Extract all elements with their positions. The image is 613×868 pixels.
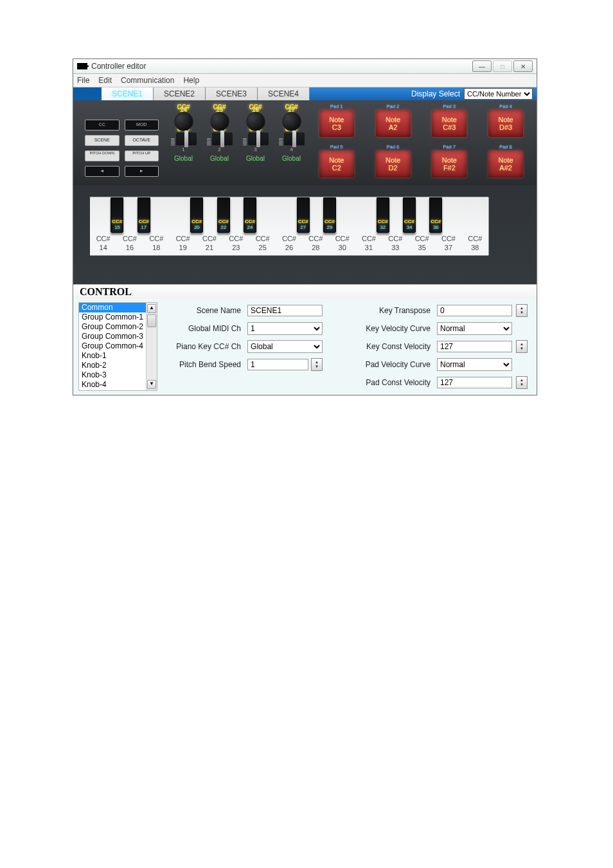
slider[interactable] [176, 132, 197, 145]
pad-6: Pad 6NoteD2 [370, 145, 416, 181]
knob[interactable] [174, 112, 193, 131]
minimize-button[interactable]: — [472, 60, 492, 72]
white-key-cc-label: CC# [462, 235, 488, 242]
key-transpose-spinner[interactable]: ▲▼ [516, 304, 528, 317]
white-key-38[interactable]: CC#38 [462, 197, 489, 255]
pad-line1: Note [442, 116, 457, 123]
pad-button[interactable]: NoteD#3 [488, 110, 523, 137]
knob[interactable] [246, 112, 265, 131]
black-key-27[interactable]: CC#27 [297, 197, 310, 233]
white-key-cc-num: 21 [196, 244, 222, 251]
pitch-bend-speed-spinner[interactable]: ▲▼ [311, 358, 323, 371]
black-key-cc-label: CC# [218, 219, 229, 224]
btn-next[interactable]: ► [125, 166, 159, 177]
pad-title: Pad 6 [387, 145, 400, 149]
pad-button[interactable]: NoteF#2 [432, 150, 466, 177]
menu-edit[interactable]: Edit [98, 76, 112, 85]
pad-button[interactable]: NoteA#2 [488, 150, 523, 177]
pad-title: Pad 2 [387, 104, 400, 109]
scene-tab-2[interactable]: SCENE2 [154, 87, 206, 100]
close-button[interactable]: ✕ [513, 60, 533, 72]
display-select-dropdown[interactable]: CC/Note Number [464, 88, 533, 100]
control-list-item[interactable]: Group Common-4 [79, 341, 146, 351]
btn-prev[interactable]: ◄ [85, 166, 120, 177]
black-key-17[interactable]: CC#17 [138, 197, 150, 233]
piano-key-cc-ch-select[interactable]: Global [247, 340, 323, 353]
btn-mod[interactable]: MOD [125, 120, 159, 131]
pad-const-velocity-input[interactable] [437, 377, 512, 388]
black-key-cc-label: CC# [324, 219, 335, 224]
knob-slider-2[interactable]: CC#15CC#2Global [205, 104, 235, 185]
black-key-20[interactable]: CC#20 [190, 197, 203, 233]
menu-help[interactable]: Help [183, 76, 199, 85]
key-transpose-input[interactable] [437, 305, 512, 316]
control-list-item[interactable]: Group Common-2 [79, 322, 146, 332]
knob-slider-1[interactable]: CC#14CC#1Global [169, 104, 199, 185]
scene-tab-3[interactable]: SCENE3 [206, 87, 258, 100]
maximize-button[interactable]: □ [493, 60, 512, 72]
key-velocity-curve-label: Key Velocity Curve [350, 324, 433, 333]
pad-button[interactable]: NoteA2 [376, 110, 411, 137]
keyboard[interactable]: CC#14CC#16CC#18CC#19CC#21CC#23CC#25CC#26… [90, 197, 488, 256]
black-key-32[interactable]: CC#32 [377, 197, 389, 233]
pad-velocity-curve-select[interactable]: Normal [437, 358, 512, 371]
scene-tab-1[interactable]: SCENE1 [102, 87, 154, 100]
menu-file[interactable]: File [77, 76, 89, 85]
pad-title: Pad 7 [443, 145, 456, 149]
knob[interactable] [210, 112, 229, 131]
slider[interactable] [212, 132, 233, 145]
key-const-velocity-input[interactable] [437, 341, 512, 352]
black-key-36[interactable]: CC#36 [429, 197, 442, 233]
control-list-item[interactable]: Knob-2 [79, 361, 146, 370]
pad-button[interactable]: NoteD2 [376, 150, 411, 177]
scene-name-input[interactable] [247, 305, 323, 316]
control-list-item[interactable]: Group Common-1 [79, 312, 146, 322]
black-key-22[interactable]: CC#22 [217, 197, 230, 233]
btn-pitch-down[interactable]: PITCH DOWN [85, 150, 120, 161]
scroll-up-arrow[interactable]: ▲ [147, 304, 156, 313]
btn-scene[interactable]: SCENE [85, 135, 120, 146]
pad-8: Pad 8NoteA#2 [483, 145, 529, 181]
slider[interactable] [248, 132, 269, 145]
pad-const-velocity-spinner[interactable]: ▲▼ [516, 376, 528, 389]
window-controls: — □ ✕ [472, 60, 533, 72]
knob-slider-4[interactable]: CC#17CC#4Global [277, 104, 306, 185]
pad-line2: D#3 [499, 123, 512, 131]
black-key-29[interactable]: CC#29 [323, 197, 336, 233]
control-list-item[interactable]: Knob-3 [79, 370, 146, 380]
pitch-bend-speed-input[interactable] [247, 359, 308, 370]
white-key-cc-num: 38 [462, 244, 488, 251]
control-list-item[interactable]: Common [79, 303, 146, 312]
slider[interactable] [284, 132, 305, 145]
knob-slider-3[interactable]: CC#16CC#3Global [241, 104, 271, 185]
white-key-cc-label: CC# [409, 235, 435, 242]
global-midi-ch-select[interactable]: 1 [247, 322, 323, 335]
scroll-down-arrow[interactable]: ▼ [147, 380, 156, 389]
pad-button[interactable]: NoteC#3 [432, 110, 466, 137]
black-key-34[interactable]: CC#34 [403, 197, 416, 233]
black-key-24[interactable]: CC#24 [244, 197, 256, 233]
key-velocity-curve-select[interactable]: Normal [437, 322, 512, 335]
control-list-item[interactable]: Knob-4 [79, 380, 146, 390]
page: Controller editor — □ ✕ File Edit Commun… [0, 0, 613, 868]
key-const-velocity-spinner[interactable]: ▲▼ [516, 340, 528, 353]
control-list-item[interactable]: Knob-1 [79, 351, 146, 361]
control-list-scrollbar[interactable]: ▲ ▼ [146, 303, 157, 390]
control-list-item[interactable]: Group Common-3 [79, 332, 146, 341]
pad-button[interactable]: NoteC2 [319, 150, 354, 177]
pad-line2: A#2 [499, 164, 512, 172]
white-key-cc-num: 14 [90, 244, 116, 251]
black-key-15[interactable]: CC#15 [111, 197, 123, 233]
display-select-area: Display Select CC/Note Number [310, 87, 537, 100]
control-list-item[interactable]: Slider-1 [79, 390, 146, 390]
knob[interactable] [282, 112, 301, 131]
pad-button[interactable]: NoteC3 [319, 110, 354, 137]
menu-communication[interactable]: Communication [121, 76, 174, 85]
scene-tab-4[interactable]: SCENE4 [258, 87, 310, 100]
scroll-thumb[interactable] [147, 314, 156, 327]
btn-octave[interactable]: OCTAVE [125, 135, 159, 146]
btn-pitch-up[interactable]: PITCH UP [125, 150, 159, 161]
btn-cc[interactable]: CC [85, 120, 120, 131]
slider-num: 2 [218, 147, 220, 152]
white-key-cc-label: CC# [196, 235, 222, 242]
